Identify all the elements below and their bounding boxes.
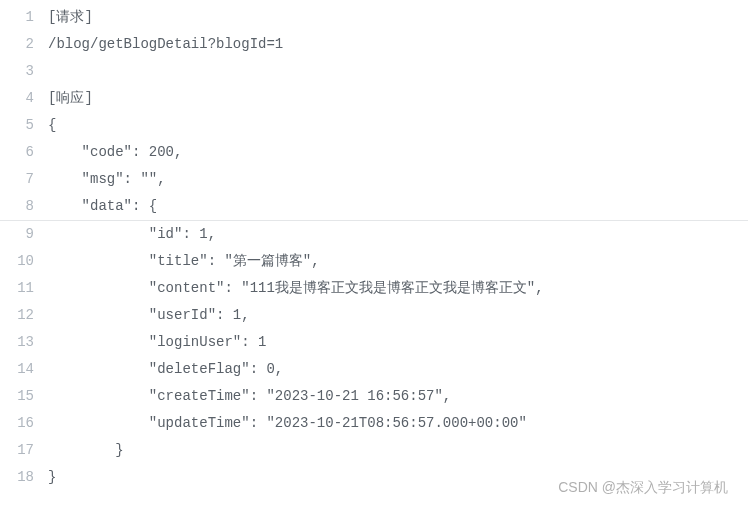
- line-number: 3: [0, 58, 48, 85]
- line-text: }: [48, 437, 124, 464]
- code-line: 17 }: [0, 437, 748, 464]
- line-text: "loginUser": 1: [48, 329, 266, 356]
- line-number: 2: [0, 31, 48, 58]
- line-text: /blog/getBlogDetail?blogId=1: [48, 31, 283, 58]
- code-line: 10 "title": "第一篇博客",: [0, 248, 748, 275]
- line-text: "title": "第一篇博客",: [48, 248, 320, 275]
- line-number: 9: [0, 221, 48, 248]
- line-number: 15: [0, 383, 48, 410]
- code-line: 18 }: [0, 464, 748, 491]
- code-line: 8 "data": {: [0, 193, 748, 220]
- line-text: [响应]: [48, 85, 93, 112]
- code-line: 14 "deleteFlag": 0,: [0, 356, 748, 383]
- line-text: "content": "111我是博客正文我是博客正文我是博客正文",: [48, 275, 544, 302]
- code-line: 7 "msg": "",: [0, 166, 748, 193]
- line-number: 4: [0, 85, 48, 112]
- code-line: 12 "userId": 1,: [0, 302, 748, 329]
- line-number: 12: [0, 302, 48, 329]
- line-number: 10: [0, 248, 48, 275]
- line-number: 11: [0, 275, 48, 302]
- line-text: {: [48, 112, 56, 139]
- line-number: 1: [0, 4, 48, 31]
- line-text: "updateTime": "2023-10-21T08:56:57.000+0…: [48, 410, 527, 437]
- line-text: "deleteFlag": 0,: [48, 356, 283, 383]
- code-line: 13 "loginUser": 1: [0, 329, 748, 356]
- line-text: "createTime": "2023-10-21 16:56:57",: [48, 383, 451, 410]
- line-number: 6: [0, 139, 48, 166]
- line-number: 16: [0, 410, 48, 437]
- line-text: "id": 1,: [48, 221, 216, 248]
- line-text: "msg": "",: [48, 166, 166, 193]
- line-number: 13: [0, 329, 48, 356]
- line-number: 17: [0, 437, 48, 464]
- line-text: }: [48, 464, 56, 491]
- line-number: 5: [0, 112, 48, 139]
- code-line: 11 "content": "111我是博客正文我是博客正文我是博客正文",: [0, 275, 748, 302]
- line-text: "userId": 1,: [48, 302, 250, 329]
- line-number: 18: [0, 464, 48, 491]
- line-text: "code": 200,: [48, 139, 182, 166]
- code-line: 4 [响应]: [0, 85, 748, 112]
- code-line: 2 /blog/getBlogDetail?blogId=1: [0, 31, 748, 58]
- line-number: 7: [0, 166, 48, 193]
- code-line: 6 "code": 200,: [0, 139, 748, 166]
- code-line: 9 "id": 1,: [0, 221, 748, 248]
- code-line: 15 "createTime": "2023-10-21 16:56:57",: [0, 383, 748, 410]
- line-text: "data": {: [48, 193, 157, 220]
- line-number: 14: [0, 356, 48, 383]
- line-text: [请求]: [48, 4, 93, 31]
- line-number: 8: [0, 193, 48, 220]
- code-line: 5 {: [0, 112, 748, 139]
- code-line: 1 [请求]: [0, 4, 748, 31]
- code-line: 16 "updateTime": "2023-10-21T08:56:57.00…: [0, 410, 748, 437]
- code-block: 1 [请求] 2 /blog/getBlogDetail?blogId=1 3 …: [0, 0, 748, 491]
- code-line: 3: [0, 58, 748, 85]
